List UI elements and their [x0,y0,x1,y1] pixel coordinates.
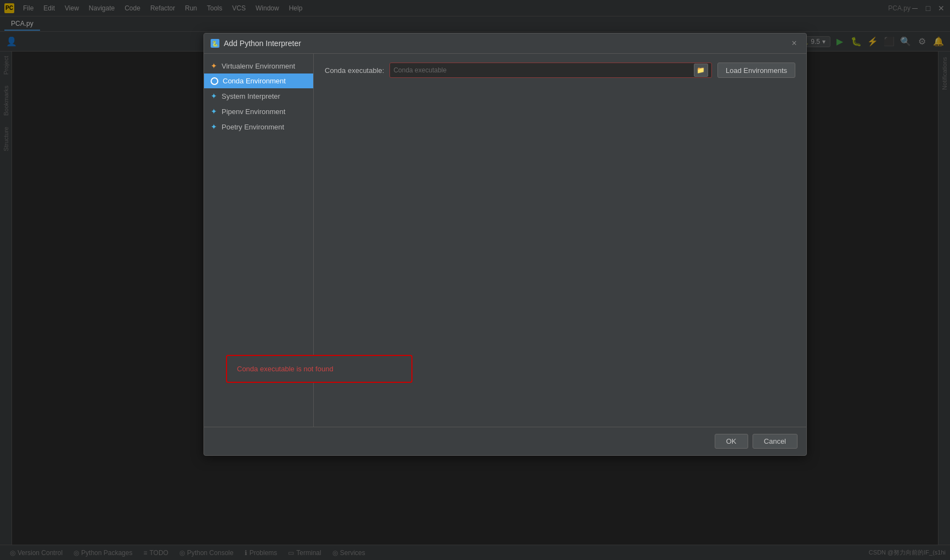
pipenv-environment-item[interactable]: ✦ Pipenv Environment [204,104,313,119]
poetry-label: Poetry Environment [222,123,284,131]
pipenv-label: Pipenv Environment [222,108,285,116]
error-text: Conda executable is not found [237,365,402,373]
virtualenv-environment-item[interactable]: ✦ Virtualenv Environment [204,58,313,73]
virtualenv-label: Virtualenv Environment [222,62,295,70]
system-interpreter-label: System Interpreter [222,92,280,100]
dialog-right-panel: Conda executable: 📁 Load Environments Co… [314,54,806,427]
load-environments-button[interactable]: Load Environments [717,63,795,78]
poetry-environment-item[interactable]: ✦ Poetry Environment [204,119,313,134]
conda-executable-row: Conda executable: 📁 Load Environments [325,63,795,78]
conda-executable-label: Conda executable: [325,66,384,75]
add-python-interpreter-dialog: 🐍 Add Python Interpreter × ✦ Virtualenv … [203,33,807,456]
conda-executable-input[interactable] [393,66,692,74]
conda-environment-item[interactable]: Conda Environment [204,73,313,88]
poetry-icon: ✦ [211,122,217,131]
cancel-button[interactable]: Cancel [753,434,798,449]
dialog-icon: 🐍 [211,39,219,48]
error-message-box: Conda executable is not found [226,355,412,383]
ok-button[interactable]: OK [715,434,748,449]
dialog-footer: OK Cancel [204,427,806,455]
system-interpreter-icon: ✦ [211,92,217,100]
conda-label: Conda Environment [223,77,286,85]
conda-executable-input-wrapper: 📁 [389,63,712,78]
dialog-close-button[interactable]: × [789,38,800,49]
conda-icon [211,77,218,85]
dialog-title: Add Python Interpreter [224,39,789,48]
browse-button[interactable]: 📁 [694,64,708,77]
dialog-title-bar: 🐍 Add Python Interpreter × [204,33,806,54]
system-interpreter-item[interactable]: ✦ System Interpreter [204,88,313,104]
virtualenv-icon: ✦ [211,61,217,70]
dialog-body: ✦ Virtualenv Environment Conda Environme… [204,54,806,427]
pipenv-icon: ✦ [211,107,217,116]
